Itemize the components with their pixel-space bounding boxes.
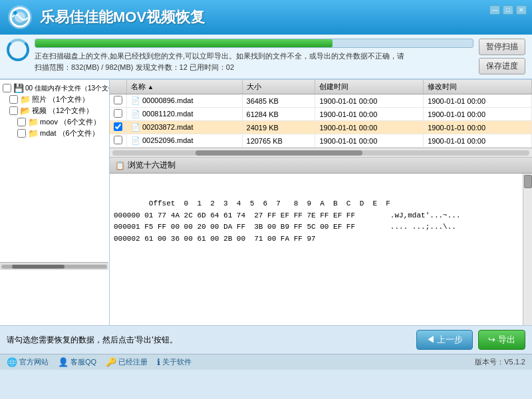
tree-root[interactable]: 💾 00 佳能内存卡文件（13个文件）0(GB) 0( (1, 82, 108, 94)
register-icon: 🔑 (106, 357, 116, 367)
tree-mdat-checkbox[interactable] (17, 129, 26, 138)
file-icon: 📄 (131, 123, 140, 131)
row-checkbox[interactable] (114, 109, 122, 118)
file-icon: 📄 (131, 136, 140, 144)
app-icon (7, 4, 33, 31)
version-label: 版本号：V5.1.2 (475, 357, 525, 367)
tree-photos-checkbox[interactable] (9, 95, 18, 104)
qq-icon: 👤 (58, 357, 68, 367)
col-modified[interactable]: 修改时间 (424, 80, 532, 94)
file-icon: 📄 (131, 110, 140, 118)
file-created: 1900-01-01 00:00 (315, 108, 424, 121)
left-scrollbar-thumb (12, 265, 65, 269)
row-checkbox[interactable] (114, 122, 122, 131)
col-size[interactable]: 大小 (242, 80, 315, 94)
tree-moov-checkbox[interactable] (17, 118, 26, 126)
row-checkbox[interactable] (114, 96, 122, 104)
tree-videos[interactable]: 📂 视频 （12个文件） (1, 105, 108, 116)
h-scrollbar-track (112, 150, 529, 156)
file-modified: 1900-01-01 00:00 (424, 94, 532, 108)
progress-fill (35, 39, 332, 47)
spinner-icon (7, 39, 29, 61)
footer-register-label: 已经注册 (118, 357, 148, 367)
file-created: 1900-01-01 00:00 (315, 134, 424, 148)
tree-root-checkbox[interactable] (3, 84, 11, 92)
save-progress-button[interactable]: 保存进度 (479, 58, 525, 74)
prev-button[interactable]: ◀ 上一步 (416, 330, 473, 350)
col-check (110, 80, 127, 94)
footer-qq[interactable]: 👤 客服QQ (58, 357, 96, 367)
file-size: 24019 KB (242, 121, 315, 134)
app-title: 乐易佳佳能MOV视频恢复 (40, 7, 205, 27)
footer-website[interactable]: 🌐 官方网站 (7, 357, 49, 367)
col-name[interactable]: 名称 ▲ (127, 80, 243, 94)
right-panel: 名称 ▲ 大小 创建时间 修改时间 📄00000896.mdat 36485 K… (110, 80, 532, 325)
progress-text: 正在扫描磁盘上的文件,如果已经找到您的文件,可以立即导出。如果找到的文件不全，或… (35, 51, 473, 72)
tree-moov[interactable]: 📁 moov （6个文件） (1, 116, 108, 128)
file-size: 36485 KB (242, 94, 315, 108)
file-modified: 1900-01-01 00:00 (424, 121, 532, 134)
minimize-button[interactable]: — (489, 5, 500, 15)
table-row[interactable]: 📄00252096.mdat 120765 KB 1900-01-01 00:0… (110, 134, 532, 148)
tree-videos-label: 视频 （12个文件） (32, 106, 93, 116)
progress-bar (35, 39, 473, 48)
pause-scan-button[interactable]: 暂停扫描 (479, 39, 525, 55)
h-scrollbar-thumb (196, 150, 362, 156)
folder-mdat-icon: 📁 (28, 128, 39, 138)
folder-open-icon: 📂 (20, 106, 31, 116)
file-tree-panel: 💾 00 佳能内存卡文件（13个文件）0(GB) 0( 📁 照片 （1个文件） … (0, 80, 110, 325)
progress-area: 正在扫描磁盘上的文件,如果已经找到您的文件,可以立即导出。如果找到的文件不全，或… (0, 35, 532, 79)
file-name: 00203872.mdat (142, 123, 193, 131)
maximize-button[interactable]: □ (503, 5, 513, 15)
table-row[interactable]: 📄00203872.mdat 24019 KB 1900-01-01 00:00… (110, 121, 532, 134)
file-table-wrap: 名称 ▲ 大小 创建时间 修改时间 📄00000896.mdat 36485 K… (110, 80, 532, 148)
table-row[interactable]: 📄00081120.mdat 61284 KB 1900-01-01 00:00… (110, 108, 532, 121)
bottom-area: 请勾选您需要恢复的数据，然后点击'导出'按钮。 ◀ 上一步 ↪ 导出 (0, 325, 532, 354)
file-modified: 1900-01-01 00:00 (424, 108, 532, 121)
footer-about-label: 关于软件 (162, 357, 192, 367)
hex-content: Offset 0 1 2 3 4 5 6 7 8 9 A B C D E F 0… (110, 174, 532, 325)
table-row[interactable]: 📄00000896.mdat 36485 KB 1900-01-01 00:00… (110, 94, 532, 108)
window-controls: — □ ✕ (489, 5, 527, 15)
h-scrollbar[interactable] (110, 148, 532, 157)
tree-videos-checkbox[interactable] (9, 106, 18, 115)
drive-icon: 💾 (13, 83, 24, 93)
progress-content: 正在扫描磁盘上的文件,如果已经找到您的文件,可以立即导出。如果找到的文件不全，或… (35, 39, 473, 72)
left-scrollbar-track (1, 265, 107, 269)
footer: 🌐 官方网站 👤 客服QQ 🔑 已经注册 ℹ 关于软件 版本号：V5.1.2 (0, 354, 532, 370)
hex-text: Offset 0 1 2 3 4 5 6 7 8 9 A B C D E F 0… (114, 200, 461, 243)
tree-photos[interactable]: 📁 照片 （1个文件） (1, 94, 108, 105)
file-created: 1900-01-01 00:00 (315, 121, 424, 134)
hex-panel: 📋 浏览十六进制 Offset 0 1 2 3 4 5 6 7 8 9 A B … (110, 157, 532, 325)
left-scrollbar[interactable] (0, 262, 108, 270)
file-icon: 📄 (131, 96, 140, 104)
export-button[interactable]: ↪ 导出 (478, 330, 525, 350)
hex-scrollbar[interactable] (523, 174, 532, 325)
file-size: 61284 KB (242, 108, 315, 121)
tree-root-label: 00 佳能内存卡文件（13个文件）0(GB) 0( (25, 84, 110, 93)
tree-mdat-label: mdat （6个文件） (40, 128, 99, 138)
main-content: 💾 00 佳能内存卡文件（13个文件）0(GB) 0( 📁 照片 （1个文件） … (0, 79, 532, 325)
file-modified: 1900-01-01 00:00 (424, 134, 532, 148)
close-button[interactable]: ✕ (516, 5, 527, 15)
bottom-buttons: ◀ 上一步 ↪ 导出 (416, 330, 525, 350)
footer-website-label: 官方网站 (19, 357, 49, 367)
footer-register[interactable]: 🔑 已经注册 (106, 357, 148, 367)
website-icon: 🌐 (7, 357, 17, 367)
file-table-body: 📄00000896.mdat 36485 KB 1900-01-01 00:00… (110, 94, 532, 148)
file-created: 1900-01-01 00:00 (315, 94, 424, 108)
file-name: 00000896.mdat (142, 96, 193, 104)
bottom-hint: 请勾选您需要恢复的数据，然后点击'导出'按钮。 (7, 334, 178, 346)
tree-mdat[interactable]: 📁 mdat （6个文件） (1, 128, 108, 139)
file-name: 00081120.mdat (142, 110, 193, 118)
folder-moov-icon: 📁 (28, 117, 39, 127)
file-name: 00252096.mdat (142, 136, 193, 144)
file-size: 120765 KB (242, 134, 315, 148)
hex-title: 📋 浏览十六进制 (110, 158, 532, 174)
footer-about[interactable]: ℹ 关于软件 (157, 357, 192, 367)
hex-title-label: 浏览十六进制 (128, 160, 176, 171)
footer-qq-label: 客服QQ (70, 357, 96, 367)
hex-scrollbar-thumb (524, 175, 532, 188)
col-created[interactable]: 创建时间 (315, 80, 424, 94)
row-checkbox[interactable] (114, 136, 122, 144)
